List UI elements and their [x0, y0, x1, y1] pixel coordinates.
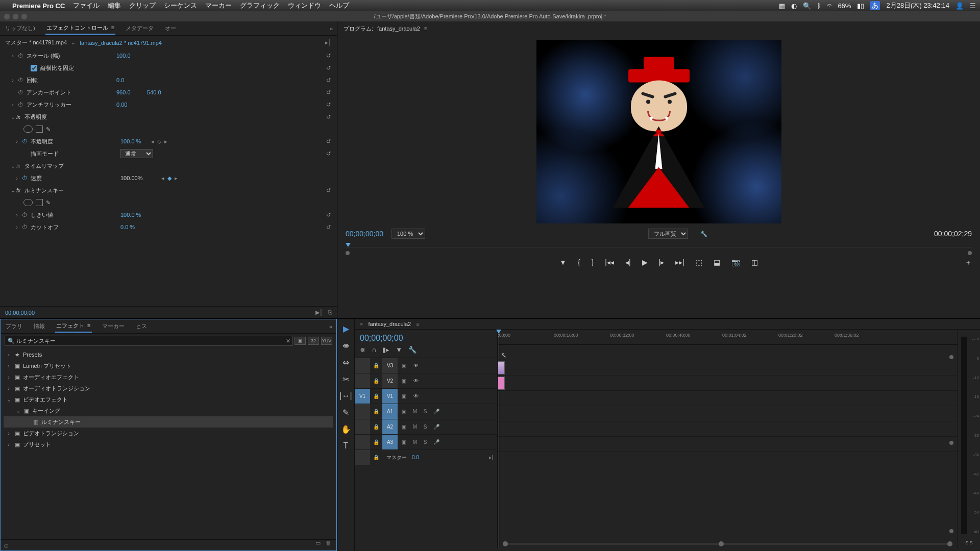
- ripple-edit-tool-icon[interactable]: ⇔: [342, 358, 349, 367]
- stopwatch-icon[interactable]: ⏱: [20, 212, 29, 218]
- lock-aspect-checkbox[interactable]: [31, 65, 37, 71]
- hand-tool-icon[interactable]: ✋: [341, 424, 351, 434]
- effects-tree-item[interactable]: ▥ルミナンスキー: [4, 416, 333, 428]
- ellipse-mask-icon[interactable]: [23, 126, 33, 133]
- fx-badge-icon[interactable]: fx: [16, 114, 22, 120]
- blend-mode-select[interactable]: 通常: [120, 149, 153, 158]
- sync-lock-icon[interactable]: ▣: [398, 409, 410, 414]
- menu-edit[interactable]: 編集: [108, 1, 121, 10]
- timeline-clip[interactable]: [498, 361, 505, 374]
- type-tool-icon[interactable]: T: [344, 441, 349, 450]
- spotlight-icon[interactable]: 🔍: [803, 2, 811, 10]
- reset-icon[interactable]: ↺: [326, 102, 331, 108]
- stopwatch-active-icon[interactable]: ⏱: [20, 138, 29, 144]
- reset-icon[interactable]: ↺: [326, 224, 331, 231]
- twirl-icon[interactable]: ›: [9, 102, 16, 108]
- tab-info[interactable]: 情報: [33, 320, 46, 332]
- master-value[interactable]: 0.0: [412, 455, 419, 460]
- reset-icon[interactable]: ↺: [326, 77, 331, 84]
- button-editor-icon[interactable]: ＋: [965, 258, 972, 267]
- sync-lock-icon[interactable]: ▣: [398, 393, 410, 399]
- timeline-timecode[interactable]: 00;00;00;00: [355, 330, 497, 345]
- sync-lock-icon[interactable]: ▣: [398, 439, 410, 445]
- loop-icon[interactable]: ⎘: [328, 309, 332, 316]
- next-kf-icon[interactable]: ▸: [164, 138, 167, 145]
- selection-tool-icon[interactable]: ▶: [343, 324, 349, 334]
- lock-icon[interactable]: 🔒: [370, 424, 382, 430]
- settings-wrench-icon[interactable]: 🔧: [408, 346, 416, 354]
- mute-button[interactable]: M: [410, 409, 420, 414]
- effects-tree-item[interactable]: ›▣Lumetri プリセット: [4, 360, 333, 371]
- track-select-tool-icon[interactable]: ⇼: [342, 341, 349, 350]
- step-forward-icon[interactable]: |▸: [659, 258, 665, 266]
- reset-icon[interactable]: ↺: [326, 65, 331, 71]
- voiceover-icon[interactable]: 🎤: [430, 424, 443, 430]
- settings-wrench-icon[interactable]: 🔧: [700, 231, 707, 237]
- tabs-overflow-icon[interactable]: »: [329, 323, 332, 330]
- workspace-icon[interactable]: ▦: [779, 2, 785, 10]
- tab-metadata[interactable]: メタデータ: [125, 22, 155, 34]
- voiceover-icon[interactable]: 🎤: [430, 409, 443, 414]
- reset-icon[interactable]: ↺: [326, 187, 331, 194]
- tab-library-trunc[interactable]: ブラリ: [5, 320, 23, 332]
- timeline-sequence-name[interactable]: fantasy_dracula2: [368, 321, 411, 327]
- timeline-zoom-scrollbar[interactable]: [503, 541, 952, 546]
- menu-extras-icon[interactable]: ☰: [970, 2, 976, 10]
- stopwatch-icon[interactable]: ⏱: [16, 89, 24, 95]
- twirl-icon[interactable]: ›: [9, 77, 16, 83]
- pen-tool-icon[interactable]: ✎: [342, 408, 349, 417]
- val-anchor-y[interactable]: 540.0: [147, 89, 178, 95]
- razor-tool-icon[interactable]: ✂: [342, 374, 349, 384]
- tab-markers[interactable]: マーカー: [101, 320, 126, 332]
- lock-icon[interactable]: 🔒: [370, 363, 382, 368]
- effects-tree-item[interactable]: ›▣オーディオトランジション: [4, 383, 333, 394]
- menu-clip[interactable]: クリップ: [129, 1, 156, 10]
- reset-icon[interactable]: ↺: [326, 138, 331, 145]
- stopwatch-icon[interactable]: ⏱: [16, 102, 24, 108]
- cc-hat-icon[interactable]: ◐: [791, 2, 797, 10]
- twirl-icon[interactable]: ⌄: [9, 114, 16, 120]
- sync-lock-icon[interactable]: ▣: [398, 424, 410, 430]
- go-to-end-icon[interactable]: ▸|: [489, 455, 493, 460]
- val-anchor-x[interactable]: 960.0: [116, 89, 147, 95]
- effects-tree-item[interactable]: ›★Presets: [4, 349, 333, 360]
- chevron-down-icon[interactable]: ⌄: [71, 39, 76, 46]
- menubar-clock[interactable]: 2月28日(木) 23:42:14: [886, 1, 949, 10]
- marker-icon[interactable]: ▼: [396, 346, 402, 354]
- lock-icon[interactable]: 🔒: [370, 393, 382, 399]
- stopwatch-icon[interactable]: ⏱: [20, 224, 29, 230]
- battery-icon[interactable]: ▮▯: [857, 2, 864, 10]
- extract-icon[interactable]: ⬓: [714, 258, 720, 266]
- val-scale-width[interactable]: 100.0: [116, 53, 147, 59]
- effects-tree-item[interactable]: ›▣オーディオエフェクト: [4, 371, 333, 383]
- user-icon[interactable]: 👤: [955, 2, 964, 10]
- effects-tree-item[interactable]: ⌄▣キーイング: [4, 405, 333, 416]
- delete-icon[interactable]: 🗑: [326, 540, 331, 550]
- track-target-v3[interactable]: V3: [382, 358, 398, 373]
- effects-tree[interactable]: ›★Presets›▣Lumetri プリセット›▣オーディオエフェクト›▣オー…: [1, 348, 336, 451]
- sequence-clip-link[interactable]: fantasy_dracula2 * nc41791.mp4: [80, 40, 162, 46]
- track-target-v1[interactable]: V1: [382, 389, 398, 404]
- accelerated-badge-icon[interactable]: ▣: [295, 337, 306, 345]
- 32bit-badge-icon[interactable]: 32: [308, 337, 319, 345]
- new-bin-icon[interactable]: ▭: [315, 540, 321, 550]
- menu-window[interactable]: ウィンドウ: [288, 1, 321, 10]
- program-scrubber[interactable]: [346, 242, 972, 254]
- mute-button[interactable]: M: [410, 439, 420, 445]
- close-sequence-icon[interactable]: ×: [360, 321, 363, 327]
- panel-menu-icon[interactable]: ≡: [424, 26, 427, 32]
- fx-badge-icon[interactable]: fx: [16, 188, 22, 193]
- reset-icon[interactable]: ↺: [326, 89, 331, 96]
- add-kf-icon[interactable]: ◇: [157, 138, 161, 145]
- voiceover-icon[interactable]: 🎤: [430, 439, 443, 445]
- twirl-icon[interactable]: ›: [13, 224, 20, 230]
- val-opacity[interactable]: 100.0 %: [120, 138, 151, 144]
- go-to-out-icon[interactable]: ▸▸|: [675, 258, 684, 266]
- reset-icon[interactable]: ↺: [326, 53, 331, 59]
- twirl-icon[interactable]: ›: [13, 138, 20, 144]
- sync-lock-icon[interactable]: ▣: [398, 363, 410, 368]
- track-target-a3[interactable]: A3: [382, 435, 398, 449]
- menu-marker[interactable]: マーカー: [205, 1, 232, 10]
- traffic-lights[interactable]: [4, 14, 27, 19]
- quality-select[interactable]: フル画質: [648, 229, 688, 239]
